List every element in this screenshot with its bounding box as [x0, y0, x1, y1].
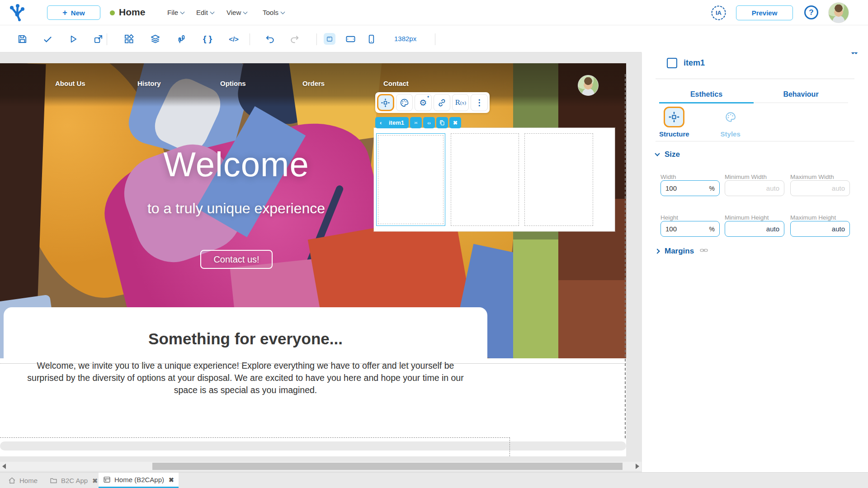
close-tab-icon[interactable]: ✖ — [92, 477, 98, 484]
panel-tabs: Esthetics Behaviour — [659, 87, 848, 103]
structure-move-icon[interactable] — [377, 94, 394, 111]
item3-cell[interactable] — [524, 133, 593, 226]
variables-braces-icon[interactable]: { } — [202, 33, 213, 45]
duplicate-icon[interactable] — [436, 117, 448, 128]
item2-cell[interactable] — [451, 133, 519, 226]
source-code-icon[interactable]: </> — [228, 33, 240, 45]
item1-flex-container[interactable] — [374, 128, 615, 231]
document-title: Home — [119, 7, 145, 18]
design-canvas[interactable]: About Us History Options Orders Contact … — [0, 52, 642, 472]
horizontal-scrollbar[interactable] — [0, 462, 642, 471]
selected-element-chip[interactable]: ‹ item1 — [375, 117, 409, 128]
user-avatar[interactable] — [828, 2, 849, 23]
link-icon[interactable] — [434, 94, 450, 111]
contact-us-button[interactable]: Contact us! — [200, 250, 273, 269]
toolbar-divider — [316, 33, 317, 45]
new-button[interactable]: + New — [47, 5, 100, 20]
max-width-input[interactable] — [795, 184, 845, 192]
doc-tab-home-b2capp-active[interactable]: Home (B2CApp) ✖ — [99, 473, 179, 488]
doc-tab-home[interactable]: Home — [4, 473, 42, 488]
menu-edit[interactable]: Edit — [196, 9, 214, 16]
scrollbar-thumb[interactable] — [152, 463, 623, 470]
properties-panel: ✖ item1 Esthetics Behaviour Structure St… — [642, 43, 868, 472]
structure-move-icon — [664, 107, 684, 127]
min-width-field — [725, 180, 784, 196]
width-label: Width — [660, 174, 720, 180]
site-preview: About Us History Options Orders Contact … — [0, 63, 626, 456]
redo-icon[interactable] — [288, 33, 300, 45]
delete-icon[interactable]: ✖ — [449, 117, 461, 128]
nav-link-history[interactable]: History — [137, 80, 161, 87]
width-field: % — [660, 180, 720, 196]
chevron-left-icon: ‹ — [380, 119, 382, 126]
help-button[interactable]: ? — [804, 5, 818, 19]
divider — [656, 79, 854, 79]
site-user-avatar[interactable] — [578, 75, 599, 96]
tab-esthetics[interactable]: Esthetics — [659, 87, 754, 103]
tab-behaviour[interactable]: Behaviour — [754, 87, 848, 103]
phone-viewport-icon[interactable] — [365, 33, 377, 45]
selection-guide-line — [625, 74, 626, 438]
menu-tools[interactable]: Tools — [263, 9, 284, 16]
desktop-viewport-icon[interactable] — [324, 33, 335, 45]
scroll-right-arrow[interactable] — [636, 464, 639, 469]
undo-icon[interactable] — [264, 33, 276, 45]
chevron-down-icon — [180, 9, 185, 14]
selection-chip-bar: ‹ item1 ›‹ ‹› ✖ — [375, 117, 461, 128]
plus-icon: + — [62, 8, 67, 18]
doc-tab-b2capp[interactable]: B2C App ✖ — [45, 473, 102, 488]
connections-plug-icon[interactable] — [175, 33, 187, 45]
placeholder-bar — [0, 441, 626, 450]
height-input[interactable] — [665, 225, 709, 233]
item1-cell-selected[interactable] — [376, 133, 445, 226]
margins-section-header[interactable]: Margins — [656, 246, 708, 257]
tablet-viewport-icon[interactable] — [344, 33, 356, 45]
rules-formula-icon[interactable]: R(x) — [452, 94, 469, 111]
components-grid-icon[interactable] — [123, 33, 135, 45]
hero-section[interactable]: About Us History Options Orders Contact … — [0, 63, 626, 358]
panel-title: item1 — [684, 58, 705, 68]
size-section-header[interactable]: Size — [656, 150, 680, 159]
max-height-label: Maximum Height — [790, 214, 850, 221]
max-height-field — [790, 221, 850, 237]
chain-link-icon[interactable] — [699, 246, 708, 257]
nav-link-orders[interactable]: Orders — [302, 80, 325, 87]
divider — [656, 141, 854, 141]
width-input[interactable] — [665, 184, 709, 192]
export-icon[interactable] — [92, 33, 104, 45]
save-icon[interactable] — [16, 33, 28, 45]
settings-gear-icon[interactable]: ⚙✦ — [415, 94, 431, 111]
nav-link-contact[interactable]: Contact — [383, 80, 409, 87]
app-logo-icon[interactable] — [7, 3, 27, 23]
ia-badge[interactable]: IA — [711, 5, 726, 21]
menu-view[interactable]: View — [226, 9, 247, 16]
layers-icon[interactable] — [149, 33, 161, 45]
viewport-width-value: 1382px — [394, 35, 416, 42]
nav-link-options[interactable]: Options — [220, 80, 246, 87]
panel-window-icon — [103, 476, 111, 483]
nav-link-about[interactable]: About Us — [55, 80, 85, 87]
menu-file[interactable]: File — [167, 9, 184, 16]
subtab-structure[interactable]: Structure — [659, 107, 689, 138]
validate-check-icon[interactable] — [42, 33, 53, 45]
preview-button[interactable]: Preview — [736, 5, 793, 20]
run-play-icon[interactable] — [67, 33, 79, 45]
subtab-styles[interactable]: Styles — [720, 107, 741, 138]
min-height-input[interactable] — [730, 225, 779, 233]
height-label: Height — [660, 214, 720, 221]
collapse-icon[interactable]: ›‹ — [410, 117, 422, 128]
code-view-icon[interactable]: ‹› — [423, 117, 435, 128]
min-height-label: Minimum Height — [725, 214, 784, 221]
panel-header: item1 — [667, 58, 705, 68]
panel-subtabs: Structure Styles — [659, 107, 741, 138]
max-width-field — [790, 180, 850, 196]
close-tab-icon[interactable]: ✖ — [169, 476, 174, 483]
styles-palette-icon[interactable] — [396, 94, 413, 111]
scroll-left-arrow[interactable] — [2, 464, 6, 469]
element-checkbox[interactable] — [667, 58, 677, 68]
chevron-down-icon — [210, 9, 214, 14]
max-height-input[interactable] — [795, 225, 845, 233]
min-width-input[interactable] — [730, 184, 779, 192]
top-header: + New Home File Edit View Tools IA Previ… — [0, 0, 868, 25]
more-options-icon[interactable]: ⋮ — [471, 94, 487, 111]
